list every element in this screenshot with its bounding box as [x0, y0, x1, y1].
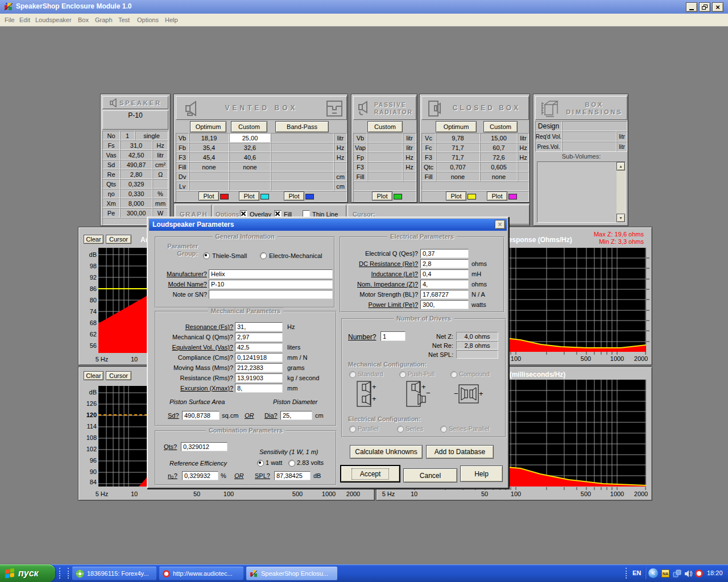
- menu-box[interactable]: Box: [78, 16, 89, 23]
- electro-mechanical-radio[interactable]: [260, 252, 267, 259]
- pr-custom-f3[interactable]: [367, 162, 403, 172]
- qes-field[interactable]: [420, 249, 469, 258]
- closed-custom-qtc[interactable]: 0,605: [480, 162, 518, 172]
- closed-custom-f3[interactable]: 72,6: [480, 152, 518, 162]
- vented-custom-plot-button[interactable]: Plot: [239, 192, 259, 201]
- fs-field[interactable]: [235, 322, 283, 331]
- help-button[interactable]: Help: [460, 465, 503, 482]
- scrollbar[interactable]: ▲ ▼: [617, 162, 625, 222]
- taskbar-item-browser[interactable]: http://www.audiotec...: [159, 567, 243, 580]
- vented-custom-vb[interactable]: 25,00: [229, 133, 271, 143]
- pr-custom-fp[interactable]: [367, 152, 403, 162]
- vented-custom-fill[interactable]: none: [229, 162, 271, 172]
- closed-optimum-plot-button[interactable]: Plot: [446, 192, 466, 201]
- scroll-up-button[interactable]: ▲: [617, 162, 625, 171]
- closed-custom-fc[interactable]: 60,7: [480, 143, 518, 152]
- menu-help[interactable]: Help: [165, 16, 178, 23]
- vented-custom-lv[interactable]: [229, 181, 271, 191]
- quicklaunch-handle[interactable]: [59, 568, 62, 579]
- dialog-close-button[interactable]: ×: [495, 220, 505, 229]
- start-button[interactable]: пуск: [0, 564, 55, 582]
- menu-edit[interactable]: Edit: [19, 16, 30, 23]
- pr-plot-button[interactable]: Plot: [372, 192, 392, 201]
- taskbar-item-speakershop[interactable]: SpeakerShop Enclosu...: [246, 567, 337, 580]
- bl-field[interactable]: [420, 290, 469, 299]
- vented-custom-f3[interactable]: 40,6: [229, 152, 271, 162]
- re-field[interactable]: [420, 259, 469, 268]
- tasklist-handle[interactable]: [68, 568, 71, 579]
- closed-custom-plot-button[interactable]: Plot: [487, 192, 507, 201]
- mms-field[interactable]: [235, 363, 283, 372]
- closed-custom-fill[interactable]: none: [480, 172, 518, 181]
- pr-custom-vb[interactable]: [367, 133, 403, 143]
- xmax-label: Excursion (Xmax)?: [155, 385, 233, 392]
- closed-custom-vc[interactable]: 15,00: [480, 133, 518, 143]
- calculate-unknowns-button[interactable]: Calculate Unknowns: [350, 445, 423, 459]
- tray-volume-icon[interactable]: [684, 569, 693, 578]
- amplitude-cursor-button[interactable]: Cursor: [106, 235, 131, 244]
- vas-field[interactable]: [235, 343, 283, 352]
- min-z-label: Min Z: 3,3 ohms: [599, 238, 644, 245]
- qts-field[interactable]: [181, 442, 228, 451]
- closed-optimum-button[interactable]: Optimum: [436, 121, 477, 132]
- tray-antivirus-icon[interactable]: NA: [661, 569, 669, 577]
- spl-clear-button[interactable]: Clear: [84, 371, 104, 380]
- menu-file[interactable]: File: [5, 16, 15, 23]
- note-sn-field[interactable]: [209, 290, 333, 299]
- closed-custom-button[interactable]: Custom: [483, 121, 518, 132]
- menu-loudspeaker[interactable]: Loudspeaker: [35, 16, 72, 23]
- vented-bandpass-plot-button[interactable]: Plot: [284, 192, 304, 201]
- scroll-down-button[interactable]: ▼: [617, 214, 625, 222]
- cms-field[interactable]: [235, 353, 283, 362]
- two83-volts-radio[interactable]: [288, 460, 295, 467]
- vented-optimum-button[interactable]: Optimum: [190, 121, 226, 132]
- one-watt-radio[interactable]: [257, 460, 264, 467]
- electro-mechanical-label: Electro-Mechanical: [269, 252, 322, 259]
- vented-optimum-plot-button[interactable]: Plot: [198, 192, 219, 201]
- tray-chevron-icon[interactable]: <: [648, 568, 658, 578]
- manufacturer-field[interactable]: [209, 269, 333, 278]
- dia-field[interactable]: [280, 411, 312, 420]
- rms-field[interactable]: [235, 373, 283, 383]
- series-radio: [397, 426, 404, 433]
- restore-button[interactable]: [699, 2, 710, 12]
- sd-field[interactable]: [182, 411, 220, 420]
- le-field[interactable]: [420, 269, 469, 278]
- minimize-button[interactable]: [686, 2, 697, 12]
- pr-custom-vap[interactable]: [367, 143, 403, 152]
- menu-test[interactable]: Test: [118, 16, 130, 23]
- model-name-field[interactable]: [209, 280, 333, 289]
- close-button[interactable]: ×: [712, 2, 723, 12]
- tray-opera-icon[interactable]: [695, 569, 703, 577]
- pe-field[interactable]: [420, 300, 469, 309]
- spl-cursor-button[interactable]: Cursor: [106, 371, 131, 380]
- row-label: Qtc: [421, 162, 436, 172]
- pr-custom-button[interactable]: Custom: [367, 121, 403, 132]
- add-to-database-button[interactable]: Add to Database: [426, 445, 494, 459]
- vented-bandpass-button[interactable]: Band-Pass: [275, 121, 329, 132]
- vented-custom-dv[interactable]: [229, 172, 271, 181]
- number-field[interactable]: [380, 331, 406, 341]
- vented-custom-button[interactable]: Custom: [231, 121, 267, 132]
- amplitude-clear-button[interactable]: Clear: [84, 235, 104, 244]
- menu-options[interactable]: Options: [137, 16, 159, 23]
- pr-custom-fill[interactable]: [367, 172, 403, 181]
- pres-vol-unit: litr: [617, 142, 627, 152]
- menu-graph[interactable]: Graph: [95, 16, 113, 23]
- sub-volumes-list[interactable]: ▲ ▼: [537, 161, 626, 223]
- box-dimensions-panel: BOXDIMENSIONS Design Req'd Vol. litr Pre…: [533, 94, 628, 226]
- vented-custom-fb[interactable]: 32,6: [229, 143, 271, 152]
- thiele-small-radio[interactable]: [203, 252, 210, 259]
- speaker-row-unit: [152, 179, 168, 189]
- no-field[interactable]: [182, 471, 218, 480]
- language-indicator[interactable]: EN: [632, 569, 641, 576]
- tray-clock[interactable]: 18:20: [707, 569, 723, 576]
- spl-field[interactable]: [274, 471, 311, 480]
- xmax-field[interactable]: [235, 384, 283, 393]
- accept-button[interactable]: Accept: [340, 465, 400, 483]
- qms-field[interactable]: [235, 332, 283, 342]
- tray-network-icon[interactable]: [673, 569, 681, 578]
- taskbar-item-forex[interactable]: 183696115: Forex4y...: [72, 567, 156, 580]
- z-field[interactable]: [420, 280, 469, 289]
- cancel-button[interactable]: Cancel: [403, 468, 457, 483]
